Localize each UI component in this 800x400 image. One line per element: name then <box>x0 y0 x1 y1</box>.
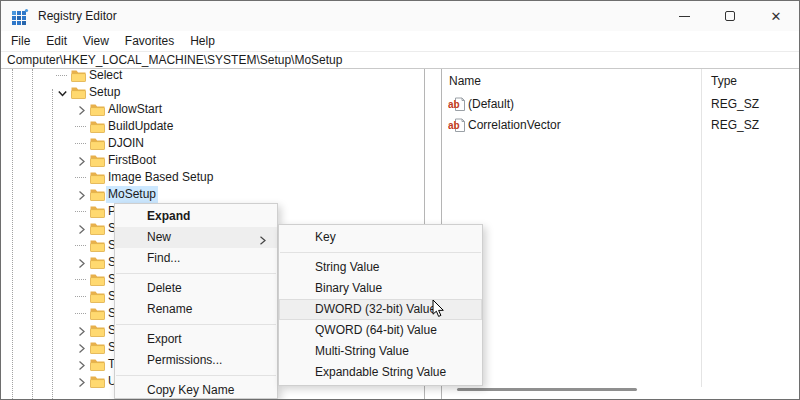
menu-item-label: Expandable String Value <box>315 365 446 379</box>
registry-editor-icon <box>11 8 29 25</box>
tree-connector <box>75 126 86 127</box>
tree-item-label[interactable]: MoSetup <box>106 186 158 203</box>
new-submenu: KeyString ValueBinary ValueDWORD (32-bit… <box>278 224 483 386</box>
titlebar: Registry Editor ✕ <box>1 1 799 31</box>
folder-icon <box>90 137 105 150</box>
menu-item-find[interactable]: Find... <box>115 248 277 269</box>
context-menu: ExpandNewFind...DeleteRenameExportPermis… <box>114 203 278 399</box>
chevron-right-icon[interactable] <box>76 223 87 234</box>
menu-item-delete[interactable]: Delete <box>115 278 277 299</box>
string-value-icon: ab <box>448 118 465 133</box>
address-bar[interactable]: Computer\HKEY_LOCAL_MACHINE\SYSTEM\Setup… <box>1 52 799 69</box>
tree-item-mosetup[interactable]: MoSetup <box>1 186 424 203</box>
value-row-default[interactable]: ab(Default)REG_SZ <box>442 94 800 115</box>
menu-item-export[interactable]: Export <box>115 329 277 350</box>
maximize-button[interactable] <box>707 1 753 31</box>
folder-icon <box>71 69 86 82</box>
menu-item-expandable-string-value[interactable]: Expandable String Value <box>279 362 482 383</box>
tree-item-djoin[interactable]: DJOIN <box>1 135 424 152</box>
menubar-item-edit[interactable]: Edit <box>38 31 75 51</box>
menu-item-multi-string-value[interactable]: Multi-String Value <box>279 341 482 362</box>
menu-item-label: Rename <box>147 302 192 316</box>
folder-icon <box>90 324 105 337</box>
chevron-right-icon[interactable] <box>76 325 87 336</box>
menu-item-label: New <box>147 230 171 244</box>
menu-item-label: Expand <box>147 209 190 223</box>
tree-item-firstboot[interactable]: FirstBoot <box>1 152 424 169</box>
tree-item-label[interactable]: DJOIN <box>106 135 146 152</box>
tree-item-label[interactable]: Select <box>87 69 124 84</box>
tree-connector <box>75 245 86 246</box>
folder-icon <box>90 171 105 184</box>
folder-icon <box>90 273 105 286</box>
value-name: CorrelationVector <box>468 115 561 136</box>
folder-icon <box>90 341 105 354</box>
value-row-correlationvector[interactable]: abCorrelationVectorREG_SZ <box>442 115 800 136</box>
menubar: FileEditViewFavoritesHelp <box>1 31 799 52</box>
menubar-item-file[interactable]: File <box>3 31 38 51</box>
chevron-right-icon[interactable] <box>76 189 87 200</box>
column-header-name[interactable]: Name <box>449 74 481 88</box>
close-button[interactable]: ✕ <box>753 1 799 31</box>
menu-item-binary-value[interactable]: Binary Value <box>279 278 482 299</box>
tree-item-label[interactable]: FirstBoot <box>106 152 158 169</box>
menu-item-label: Export <box>147 332 182 346</box>
menubar-item-help[interactable]: Help <box>182 31 223 51</box>
tree-connector <box>75 211 86 212</box>
folder-icon <box>90 239 105 252</box>
menu-item-label: QWORD (64-bit) Value <box>315 323 437 337</box>
column-header-type[interactable]: Type <box>711 74 737 88</box>
tree-item-label[interactable]: AllowStart <box>106 101 164 118</box>
folder-icon <box>90 222 105 235</box>
tree-item-setup[interactable]: Setup <box>1 84 424 101</box>
menu-item-label: Key <box>315 230 336 244</box>
values-pane: Name Type ab(Default)REG_SZabCorrelation… <box>441 69 800 399</box>
tree-item-label[interactable]: Setup <box>87 84 122 101</box>
value-name: (Default) <box>468 94 514 115</box>
menu-item-label: String Value <box>315 260 379 274</box>
chevron-right-icon[interactable] <box>76 155 87 166</box>
folder-icon <box>71 86 86 99</box>
minimize-button[interactable] <box>661 1 707 31</box>
string-value-icon: ab <box>448 97 465 112</box>
folder-icon <box>90 307 105 320</box>
horizontal-scrollbar-thumb[interactable] <box>457 388 637 391</box>
menu-item-key[interactable]: Key <box>279 227 482 248</box>
chevron-right-icon[interactable] <box>76 342 87 353</box>
menu-item-dword-32-bit-value[interactable]: DWORD (32-bit) Value <box>279 299 482 320</box>
menu-item-permissions[interactable]: Permissions... <box>115 350 277 371</box>
tree-item-label[interactable]: BuildUpdate <box>106 118 175 135</box>
menubar-item-favorites[interactable]: Favorites <box>117 31 182 51</box>
chevron-right-icon[interactable] <box>76 104 87 115</box>
tree-item-label[interactable]: Image Based Setup <box>106 169 215 186</box>
value-type: REG_SZ <box>711 115 759 136</box>
maximize-icon <box>725 11 735 21</box>
chevron-right-icon[interactable] <box>76 376 87 387</box>
menu-item-expand[interactable]: Expand <box>115 206 277 227</box>
chevron-right-icon[interactable] <box>76 257 87 268</box>
chevron-right-icon[interactable] <box>76 359 87 370</box>
menu-item-copy-key-name[interactable]: Copy Key Name <box>115 380 277 400</box>
menubar-item-view[interactable]: View <box>75 31 117 51</box>
menu-item-string-value[interactable]: String Value <box>279 257 482 278</box>
folder-icon <box>90 120 105 133</box>
tree-item-image-based-setup[interactable]: Image Based Setup <box>1 169 424 186</box>
menu-item-qword-64-bit-value[interactable]: QWORD (64-bit) Value <box>279 320 482 341</box>
menu-separator <box>280 252 481 253</box>
value-type: REG_SZ <box>711 94 759 115</box>
chevron-down-icon[interactable] <box>57 87 68 98</box>
tree-item-buildupdate[interactable]: BuildUpdate <box>1 118 424 135</box>
menu-item-new[interactable]: New <box>115 227 277 248</box>
list-header: Name Type <box>442 69 800 93</box>
svg-text:ab: ab <box>448 120 460 131</box>
tree-item-allowstart[interactable]: AllowStart <box>1 101 424 118</box>
tree-connector <box>75 143 86 144</box>
tree-connector <box>75 279 86 280</box>
tree-connector <box>75 296 86 297</box>
menu-item-rename[interactable]: Rename <box>115 299 277 320</box>
registry-editor-window: Registry Editor ✕ FileEditViewFavoritesH… <box>0 0 800 400</box>
tree-item-select[interactable]: Select <box>1 69 424 84</box>
menu-item-label: Copy Key Name <box>147 383 234 397</box>
window-title: Registry Editor <box>38 9 117 23</box>
menu-item-label: Binary Value <box>315 281 382 295</box>
